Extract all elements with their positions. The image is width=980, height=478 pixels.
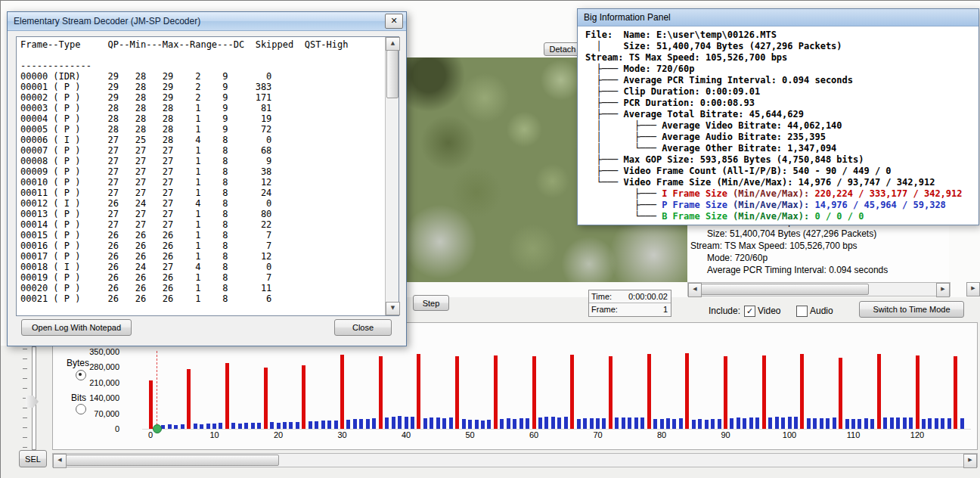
p-frame-bar [194, 424, 197, 429]
p-frame-bar [960, 418, 964, 429]
audio-checkbox-label: Audio [810, 306, 833, 316]
p-frame-bar [749, 417, 753, 429]
decoder-window-title: Elementary Stream Decoder (JM-SP Decoder… [14, 16, 385, 26]
p-frame-bar [500, 419, 504, 429]
p-frame-bar [392, 417, 395, 429]
p-frame-bar [718, 419, 721, 429]
decoder-frame-list[interactable]: Frame--Type QP--Min---Max--Range---DC Sk… [16, 36, 399, 316]
scroll-right-icon[interactable]: ▶ [936, 283, 950, 297]
p-frame-bar [583, 418, 587, 429]
p-frame-bar [768, 417, 772, 429]
p-frame-bar [794, 417, 798, 429]
close-button[interactable]: Close [334, 319, 392, 336]
big-info-titlebar[interactable]: Big Information Panel [578, 9, 978, 26]
decoder-list-lines: Frame--Type QP--Min---Max--Range---DC Sk… [20, 39, 384, 314]
x-axis-label: 100 [774, 430, 805, 439]
close-icon[interactable]: ✕ [385, 14, 403, 29]
big-info-line: ├─── I Frame Size (Min/Ave/Max): 220,224… [585, 188, 975, 200]
p-frame-bar [947, 418, 951, 429]
big-info-line: ├─── Video Frame Count (All-I/P/B): 540 … [585, 166, 975, 177]
big-info-line: Stream: TS Max Speed: 105,526,700 bps [585, 52, 975, 64]
p-frame-bar [411, 417, 414, 429]
mini-info-hscrollbar[interactable]: ◀ ▶ [687, 282, 951, 296]
outer-scroll-right-icon[interactable]: ▶ [966, 282, 980, 296]
p-frame-bar [640, 417, 644, 429]
p-frame-bar [851, 419, 855, 429]
position-slider-thumb[interactable] [26, 396, 39, 408]
p-frame-bar [334, 421, 338, 429]
decoder-scrollbar-thumb[interactable] [386, 50, 399, 98]
frame-value: 1 [623, 303, 671, 315]
mini-scrollbar-thumb[interactable] [701, 284, 869, 295]
p-frame-bar [353, 419, 357, 429]
p-frame-bar [168, 424, 172, 429]
x-axis-label: 20 [263, 430, 293, 439]
video-checkbox[interactable]: ✓ [744, 306, 755, 317]
open-log-button[interactable]: Open Log With Notepad [21, 319, 132, 336]
detach-button[interactable]: Detach [544, 42, 581, 56]
p-frame-bar [321, 421, 325, 429]
decoder-titlebar[interactable]: Elementary Stream Decoder (JM-SP Decoder… [8, 12, 406, 31]
i-frame-bar [839, 358, 842, 429]
scroll-left-icon[interactable]: ◀ [688, 283, 702, 297]
p-frame-bar [346, 420, 350, 429]
p-frame-bar [507, 418, 510, 429]
i-frame-bar [570, 355, 574, 429]
p-frame-bar [653, 419, 657, 429]
p-frame-bar [577, 419, 581, 429]
p-frame-bar [551, 417, 555, 429]
scroll-down-icon[interactable]: ▼ [386, 302, 400, 315]
x-axis-label: 0 [135, 430, 166, 439]
big-info-line: │ Size: 51,400,704 Bytes (427,296 Packet… [585, 41, 975, 52]
x-axis-label: 50 [455, 430, 485, 439]
p-frame-bar [698, 419, 702, 429]
p-frame-bar [526, 418, 529, 429]
p-frame-bar [941, 418, 944, 429]
big-info-body: File: Name: E:\user\temp\00126.MTS │ Siz… [585, 29, 975, 223]
scroll-up-icon[interactable]: ▲ [386, 37, 400, 51]
switch-to-time-mode-button[interactable]: Switch to Time Mode [859, 301, 964, 318]
p-frame-bar [813, 418, 817, 429]
timeline-hscrollbar[interactable]: ◀ ▶ [52, 453, 978, 467]
x-axis-label: 70 [583, 430, 613, 439]
p-frame-bar [544, 417, 548, 429]
i-frame-bar [187, 369, 191, 429]
decoder-vscrollbar[interactable]: ▲ ▼ [385, 37, 399, 315]
p-frame-bar [449, 417, 453, 429]
p-frame-bar [442, 418, 446, 429]
p-frame-bar [270, 422, 274, 429]
p-frame-bar [315, 421, 318, 430]
p-frame-bar [257, 423, 261, 430]
big-info-line: ├─── PCR Duration: 0:00:08.93 [585, 98, 975, 109]
audio-checkbox[interactable] [796, 306, 808, 317]
x-axis-label: 40 [391, 430, 421, 439]
p-frame-bar [238, 424, 242, 429]
p-frame-bar [755, 417, 759, 429]
timeline-scrollbar-thumb[interactable] [66, 455, 279, 466]
include-label: Include: [709, 306, 740, 316]
p-frame-bar [870, 419, 874, 429]
p-frame-bar [858, 419, 861, 429]
p-frame-bar [487, 420, 491, 429]
p-frame-bar [890, 417, 894, 429]
p-frame-bar [398, 416, 402, 429]
window-margin-left [1, 11, 7, 346]
p-frame-bar [590, 418, 594, 429]
i-frame-bar [532, 356, 536, 430]
p-frame-bar [666, 418, 670, 429]
p-frame-bar [468, 420, 472, 429]
p-frame-bar [705, 420, 709, 430]
big-info-line: └─── Video Frame Size (Min/Ave/Max): 14,… [585, 177, 975, 188]
mini-info-line: Stream: TS Max Speed: 105,526,700 bps [690, 240, 947, 252]
sel-button[interactable]: SEL [19, 450, 47, 467]
p-frame-bar [231, 423, 235, 429]
big-info-line: ├─── Max GOP Size: 593,856 Bytes (4,750,… [585, 154, 975, 166]
p-frame-bar [283, 422, 287, 429]
step-button[interactable]: Step [413, 295, 449, 311]
big-info-line: ├─── Mode: 720/60p [585, 64, 975, 75]
scroll-right-icon[interactable]: ▶ [963, 454, 977, 468]
scroll-left-icon[interactable]: ◀ [53, 454, 67, 468]
mini-info-line: Mode: 720/60p [690, 252, 947, 264]
big-info-line: │ └─── Average Other Bitrate: 1,347,094 [585, 143, 975, 154]
y-axis-label: 350,000 [74, 347, 119, 356]
